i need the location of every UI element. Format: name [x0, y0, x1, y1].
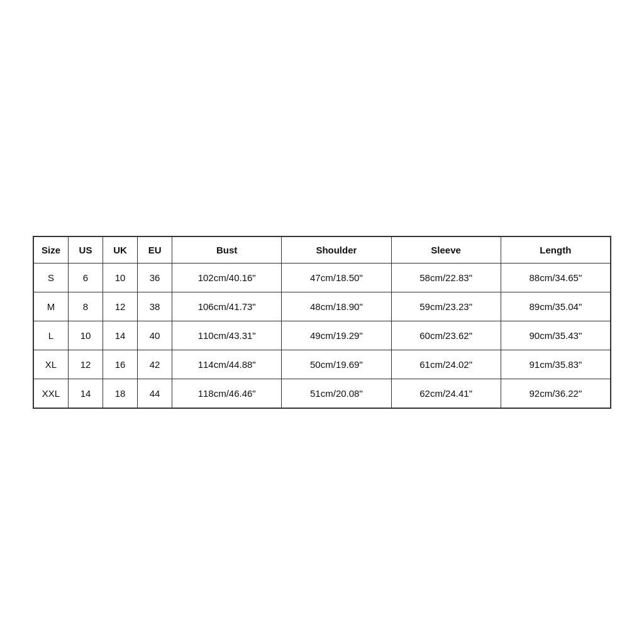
cell-eu: 40 [138, 321, 172, 350]
header-us: US [69, 236, 103, 263]
cell-uk: 14 [103, 321, 138, 350]
header-eu: EU [138, 236, 172, 263]
table-body: S61036102cm/40.16"47cm/18.50"58cm/22.83"… [34, 263, 611, 408]
cell-us: 10 [69, 321, 103, 350]
cell-length: 92cm/36.22" [501, 379, 610, 408]
table-row: L101440110cm/43.31"49cm/19.29"60cm/23.62… [34, 321, 611, 350]
cell-eu: 44 [138, 379, 172, 408]
header-size: Size [34, 236, 69, 263]
cell-uk: 18 [103, 379, 138, 408]
size-chart-container: Size US UK EU Bust Shoulder Sleeve Lengt… [33, 236, 611, 409]
cell-bust: 114cm/44.88" [172, 350, 282, 379]
cell-size: XXL [34, 379, 69, 408]
table-row: M81238106cm/41.73"48cm/18.90"59cm/23.23"… [34, 292, 611, 321]
cell-us: 14 [69, 379, 103, 408]
cell-us: 8 [69, 292, 103, 321]
table-row: S61036102cm/40.16"47cm/18.50"58cm/22.83"… [34, 263, 611, 292]
cell-sleeve: 62cm/24.41" [391, 379, 501, 408]
cell-bust: 106cm/41.73" [172, 292, 282, 321]
header-length: Length [501, 236, 610, 263]
cell-shoulder: 48cm/18.90" [282, 292, 391, 321]
cell-size: L [34, 321, 69, 350]
cell-length: 88cm/34.65" [501, 263, 610, 292]
table-row: XXL141844118cm/46.46"51cm/20.08"62cm/24.… [34, 379, 611, 408]
cell-length: 91cm/35.83" [501, 350, 610, 379]
size-chart-table: Size US UK EU Bust Shoulder Sleeve Lengt… [33, 236, 611, 408]
header-shoulder: Shoulder [282, 236, 391, 263]
cell-eu: 42 [138, 350, 172, 379]
cell-length: 90cm/35.43" [501, 321, 610, 350]
cell-us: 12 [69, 350, 103, 379]
header-bust: Bust [172, 236, 282, 263]
header-uk: UK [103, 236, 138, 263]
cell-size: S [34, 263, 69, 292]
table-header-row: Size US UK EU Bust Shoulder Sleeve Lengt… [34, 236, 611, 263]
cell-uk: 10 [103, 263, 138, 292]
cell-sleeve: 58cm/22.83" [391, 263, 501, 292]
cell-size: XL [34, 350, 69, 379]
cell-size: M [34, 292, 69, 321]
cell-bust: 110cm/43.31" [172, 321, 282, 350]
table-row: XL121642114cm/44.88"50cm/19.69"61cm/24.0… [34, 350, 611, 379]
cell-us: 6 [69, 263, 103, 292]
cell-bust: 118cm/46.46" [172, 379, 282, 408]
header-sleeve: Sleeve [391, 236, 501, 263]
cell-eu: 36 [138, 263, 172, 292]
cell-sleeve: 60cm/23.62" [391, 321, 501, 350]
cell-sleeve: 59cm/23.23" [391, 292, 501, 321]
cell-eu: 38 [138, 292, 172, 321]
cell-uk: 16 [103, 350, 138, 379]
cell-shoulder: 49cm/19.29" [282, 321, 391, 350]
cell-sleeve: 61cm/24.02" [391, 350, 501, 379]
cell-shoulder: 50cm/19.69" [282, 350, 391, 379]
cell-length: 89cm/35.04" [501, 292, 610, 321]
cell-shoulder: 51cm/20.08" [282, 379, 391, 408]
cell-shoulder: 47cm/18.50" [282, 263, 391, 292]
cell-uk: 12 [103, 292, 138, 321]
cell-bust: 102cm/40.16" [172, 263, 282, 292]
